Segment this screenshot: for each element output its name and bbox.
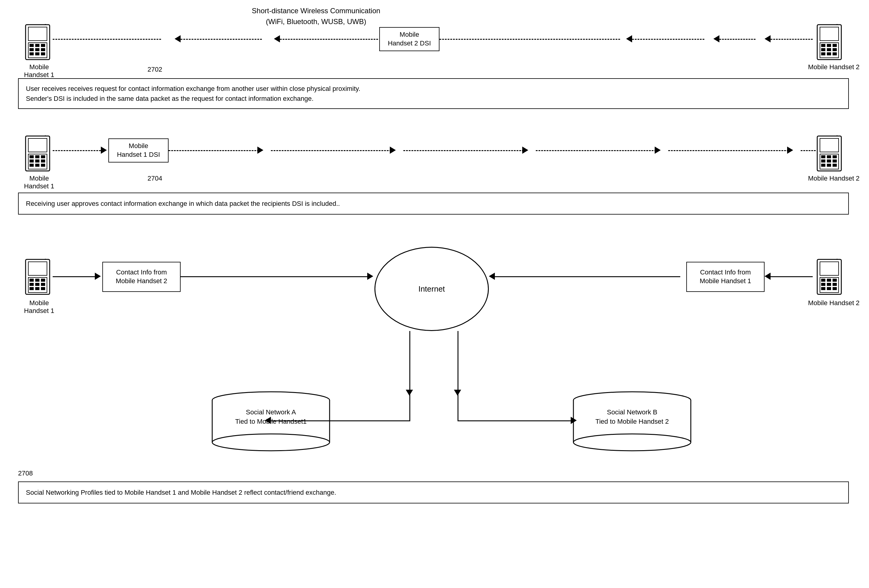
db-social-b-label: Social Network BTied to Mobile Handset 2 [572,408,692,427]
svg-rect-10 [35,52,39,55]
arrowhead-db-b-h [571,417,577,424]
svg-rect-37 [41,164,45,167]
label-handset1-s3: Mobile Handset 1 [18,299,60,315]
dashed-s2-m3 [403,150,524,151]
dsi-box-s2: MobileHandset 1 DSI [108,138,169,163]
arrowhead-s3-left1 [95,273,101,280]
label-handset2-s3: Mobile Handset 2 [807,299,861,307]
svg-rect-43 [827,155,831,158]
svg-rect-40 [820,138,839,152]
arrow-db-b-v [458,331,458,421]
arrow-s2-m3 [522,147,528,154]
dashed-s1-r1 [771,39,813,40]
svg-rect-75 [827,287,831,290]
svg-rect-57 [41,278,45,281]
arrow-s1-r1 [765,35,771,43]
svg-rect-3 [30,44,34,47]
dashed-s1-r3 [632,39,704,40]
svg-rect-53 [28,262,47,275]
arrow-db-a-v [409,331,410,421]
svg-rect-63 [41,287,45,290]
dashed-s2-m5 [668,150,789,151]
svg-rect-72 [827,283,831,286]
contact-box-right: Contact Info fromMobile Handset 1 [686,262,765,292]
arrow-db-a-h2 [271,421,410,421]
svg-rect-69 [827,278,831,281]
dashed-s1-l3 [53,39,161,40]
arrow-s2-m1 [257,147,263,154]
svg-rect-14 [820,27,839,41]
svg-rect-31 [41,155,45,158]
svg-rect-71 [821,283,825,286]
svg-rect-47 [833,160,837,163]
annotation-s1: User receives receives request for conta… [18,78,849,109]
arrow-s3-ci-left [181,276,368,277]
svg-rect-16 [821,44,825,47]
phone-right-s1 [816,24,843,61]
svg-rect-4 [35,44,39,47]
arrow-s1-l2 [175,35,181,43]
svg-rect-33 [35,160,39,163]
svg-rect-74 [821,287,825,290]
svg-rect-34 [41,160,45,163]
svg-rect-22 [821,52,825,55]
diagram-container: Short-distance Wireless Communication (W… [0,0,869,588]
svg-rect-5 [41,44,45,47]
svg-rect-7 [35,48,39,51]
phone-left-s3 [24,259,51,296]
svg-rect-11 [41,52,45,55]
svg-rect-6 [30,48,34,51]
dashed-s1-r4 [439,39,620,40]
svg-point-82 [212,434,329,451]
step-2708: 2708 [18,470,33,477]
svg-rect-1 [28,27,47,41]
phone-left-s1 [24,24,51,61]
dashed-s1-l1 [280,39,378,40]
arrow-s2-m4 [655,147,661,154]
phone-right-s3 [816,259,843,296]
arrow-s3-right1 [771,276,813,277]
svg-rect-73 [833,283,837,286]
arrowhead-s3-ci-right [489,273,495,280]
arrow-s1-r3 [626,35,632,43]
label-handset2-s1: Mobile Handset 2 [807,63,861,71]
dashed-s2-m1 [169,150,259,151]
label-handset2-s2: Mobile Handset 2 [807,175,861,182]
svg-rect-17 [827,44,831,47]
phone-left-s2 [24,135,51,172]
svg-rect-23 [827,52,831,55]
svg-rect-42 [821,155,825,158]
svg-rect-18 [833,44,837,47]
contact-box-left: Contact Info fromMobile Handset 2 [102,262,181,292]
arrow-s2-m5 [787,147,793,154]
arrow-s3-ci-right [495,276,680,277]
arrow-s3-left1 [53,276,95,277]
svg-rect-61 [30,287,34,290]
svg-rect-20 [827,48,831,51]
svg-rect-46 [827,160,831,163]
dashed-s1-l2 [181,39,262,40]
svg-rect-19 [821,48,825,51]
annotation-s3: Social Networking Profiles tied to Mobil… [18,481,849,504]
svg-rect-21 [833,48,837,51]
svg-rect-44 [833,155,837,158]
dashed-s2-r1 [801,150,816,151]
phone-right-s2 [816,135,843,172]
svg-rect-56 [35,278,39,281]
svg-rect-76 [833,287,837,290]
step-2702: 2702 [147,65,162,73]
dashed-s2-m4 [536,150,656,151]
svg-rect-36 [35,164,39,167]
step-2704: 2704 [147,175,162,182]
arrowhead-s3-right1 [765,273,771,280]
arrow-db-b-h [458,421,572,421]
svg-rect-66 [820,262,839,275]
dashed-s2-m2 [271,150,391,151]
svg-rect-8 [41,48,45,51]
arrow-s1-l1 [274,35,280,43]
svg-rect-59 [35,283,39,286]
arrowhead-s3-ci-left [367,273,373,280]
db-social-a-label: Social Network ATied to Mobile Handset1 [211,408,331,427]
svg-rect-68 [821,278,825,281]
dsi-box-s1: MobileHandset 2 DSI [379,27,439,51]
